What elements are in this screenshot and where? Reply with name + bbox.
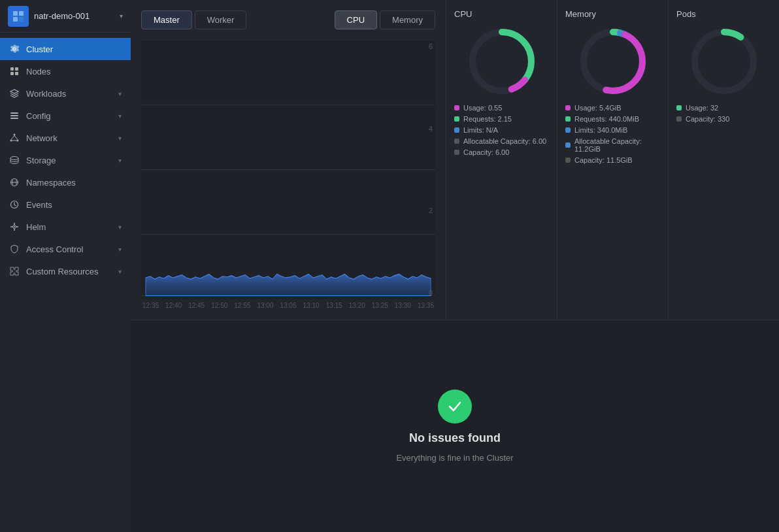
sidebar-item-workloads[interactable]: Workloads ▾ <box>0 82 131 105</box>
cpu-gauge-card: CPU Usage: 0.55 Requests: <box>446 0 557 320</box>
sidebar-item-storage-label: Storage <box>26 156 56 165</box>
svg-point-11 <box>14 134 16 136</box>
memory-stat-requests: Requests: 440.0MiB <box>565 115 660 123</box>
pods-capacity-dot <box>676 116 682 122</box>
svg-rect-8 <box>10 112 18 114</box>
svg-rect-2 <box>13 17 18 22</box>
sidebar-item-cluster-label: Cluster <box>26 44 53 54</box>
pods-usage-label: Usage: 32 <box>686 104 718 112</box>
sidebar-item-nodes[interactable]: Nodes <box>0 60 131 82</box>
y-label-2: 2 <box>429 207 433 214</box>
custom-resources-chevron-icon: ▾ <box>118 268 122 275</box>
no-issues-title: No issues found <box>409 431 501 445</box>
tab-master[interactable]: Master <box>141 10 192 29</box>
network-icon <box>9 133 20 143</box>
pods-capacity-label: Capacity: 330 <box>686 115 729 123</box>
svg-point-17 <box>10 157 18 160</box>
sidebar-item-namespaces[interactable]: Namespaces <box>0 171 131 193</box>
x-label-7: 13:10 <box>303 302 320 309</box>
pods-gauge-title: Pods <box>676 9 696 19</box>
sidebar-item-workloads-label: Workloads <box>26 89 66 99</box>
storage-chevron-icon: ▾ <box>118 157 122 164</box>
svg-rect-1 <box>19 11 24 16</box>
shield-icon <box>9 244 20 254</box>
memory-gauge-title: Memory <box>565 9 596 19</box>
sidebar-item-events[interactable]: Events <box>0 193 131 216</box>
cpu-allocatable-dot <box>454 139 459 144</box>
storage-icon <box>9 155 20 165</box>
cpu-chart: 6 4 2 0 <box>141 40 435 299</box>
y-label-4: 4 <box>429 125 433 133</box>
cpu-capacity-label: Capacity: 6.00 <box>463 148 509 156</box>
puzzle-icon <box>9 266 20 276</box>
main-content: Master Worker CPU Memory 6 4 2 0 <box>131 0 779 532</box>
namespace-icon <box>9 177 20 188</box>
sidebar-item-network[interactable]: Network ▾ <box>0 127 131 149</box>
sidebar-item-custom-resources[interactable]: Custom Resources ▾ <box>0 260 131 282</box>
memory-usage-dot <box>565 105 571 110</box>
cpu-stat-limits: Limits: N/A <box>454 126 549 134</box>
y-label-6: 6 <box>429 42 433 50</box>
svg-rect-3 <box>19 17 24 22</box>
helm-chevron-icon: ▾ <box>118 224 122 231</box>
memory-limits-label: Limits: 340.0MiB <box>574 126 627 134</box>
svg-rect-9 <box>10 115 18 116</box>
svg-line-22 <box>14 205 16 207</box>
chart-svg <box>141 40 435 299</box>
pods-gauge-card: Pods Usage: 32 Capacity: 330 <box>668 0 779 320</box>
sidebar-item-helm[interactable]: Helm ▾ <box>0 216 131 238</box>
x-label-1: 12:40 <box>165 302 182 309</box>
memory-capacity-label: Capacity: 11.5GiB <box>574 156 633 164</box>
memory-allocatable-dot <box>565 142 571 148</box>
cpu-limits-dot <box>454 127 459 133</box>
sidebar-item-storage[interactable]: Storage ▾ <box>0 149 131 171</box>
x-label-8: 13:15 <box>326 302 342 309</box>
x-label-4: 12:55 <box>234 302 250 309</box>
memory-gauge-stats: Usage: 5.4GiB Requests: 440.0MiB Limits:… <box>565 104 660 164</box>
helm-icon <box>9 222 20 232</box>
memory-limits-dot <box>565 127 571 133</box>
svg-rect-4 <box>10 67 14 71</box>
pods-gauge-stats: Usage: 32 Capacity: 330 <box>676 104 771 123</box>
tab-cpu[interactable]: CPU <box>335 10 377 29</box>
tab-worker[interactable]: Worker <box>195 10 247 29</box>
cpu-allocatable-label: Allocatable Capacity: 6.00 <box>463 137 546 145</box>
sidebar-item-network-label: Network <box>26 133 58 143</box>
sidebar-item-helm-label: Helm <box>26 222 46 232</box>
sidebar-item-access-control-label: Access Control <box>26 244 83 254</box>
svg-rect-10 <box>10 118 18 119</box>
sidebar-item-cluster[interactable]: Cluster <box>0 38 131 60</box>
tab-memory[interactable]: Memory <box>380 10 435 29</box>
sidebar-item-config[interactable]: Config ▾ <box>0 105 131 127</box>
svg-rect-5 <box>15 67 18 71</box>
gear-icon <box>9 44 20 54</box>
metrics-area: Master Worker CPU Memory 6 4 2 0 <box>131 0 779 320</box>
clock-icon <box>9 199 20 210</box>
cpu-stat-usage: Usage: 0.55 <box>454 104 549 112</box>
sidebar-nav: Cluster Nodes Workloads ▾ Config ▾ <box>0 33 131 532</box>
chart-x-labels: 12:35 12:40 12:45 12:50 12:55 13:00 13:0… <box>141 302 435 309</box>
layers-icon <box>9 88 20 99</box>
network-chevron-icon: ▾ <box>118 135 122 142</box>
cpu-limits-label: Limits: N/A <box>463 126 498 134</box>
chart-tabs: Master Worker CPU Memory <box>141 10 435 29</box>
svg-rect-6 <box>10 72 14 75</box>
sidebar-item-namespaces-label: Namespaces <box>26 178 76 188</box>
x-label-11: 13:30 <box>395 302 411 309</box>
sidebar-header[interactable]: natr-demo-001 ▾ <box>0 0 131 33</box>
svg-point-41 <box>695 32 754 91</box>
cpu-gauge-stats: Usage: 0.55 Requests: 2.15 Limits: N/A A… <box>454 104 549 156</box>
memory-capacity-dot <box>565 158 571 163</box>
chart-y-labels: 6 4 2 0 <box>429 40 433 299</box>
sidebar-item-access-control[interactable]: Access Control ▾ <box>0 238 131 260</box>
pods-stat-capacity: Capacity: 330 <box>676 115 771 123</box>
y-label-0: 0 <box>429 289 433 297</box>
cpu-capacity-dot <box>454 150 459 155</box>
cpu-gauge-title: CPU <box>454 9 472 19</box>
grid-icon <box>9 66 20 76</box>
x-label-3: 12:50 <box>211 302 227 309</box>
x-label-0: 12:35 <box>142 302 159 309</box>
memory-requests-label: Requests: 440.0MiB <box>574 115 639 123</box>
memory-stat-usage: Usage: 5.4GiB <box>565 104 660 112</box>
cpu-usage-label: Usage: 0.55 <box>463 104 502 112</box>
